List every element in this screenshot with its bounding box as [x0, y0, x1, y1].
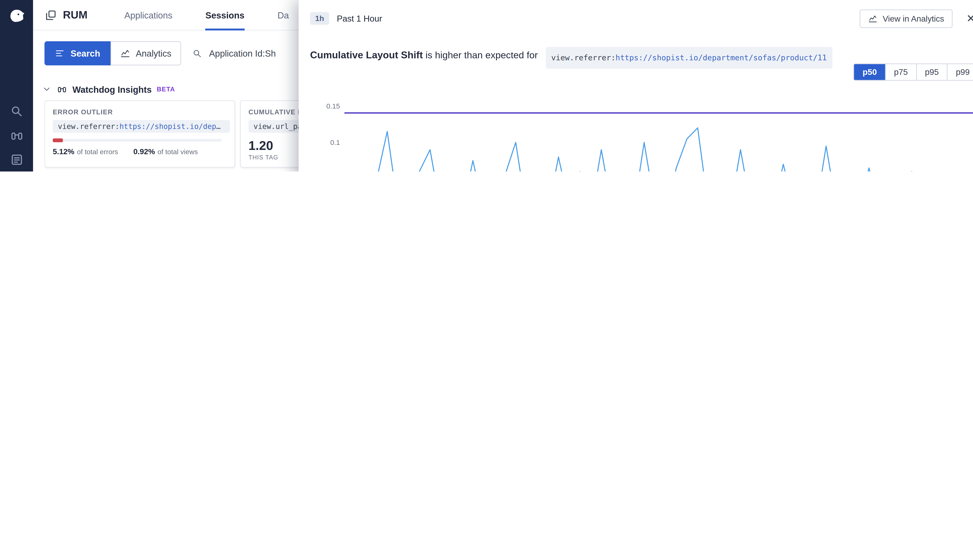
app-window: RUM ApplicationsSessionsDa Search Analyt… — [0, 0, 973, 172]
watchdog-icon[interactable] — [9, 128, 24, 143]
percentile-selector: p50p75p95p99 — [854, 63, 973, 81]
percentile-p50-button[interactable]: p50 — [854, 64, 885, 80]
view-in-analytics-button[interactable]: View in Analytics — [860, 9, 952, 28]
card-title: ERROR OUTLIER — [53, 108, 227, 115]
list-icon[interactable] — [9, 152, 24, 167]
card-value: 1.20 — [249, 138, 299, 153]
search-mode-label: Search — [70, 48, 100, 58]
search-icon[interactable] — [9, 104, 24, 119]
main-content: Search Analytics Application Id:Sh Watc — [33, 30, 299, 172]
tag-pill[interactable]: view.url_patl — [249, 120, 299, 133]
search-analytics-toggle: Search Analytics — [45, 41, 181, 65]
brand-label: RUM — [63, 8, 87, 21]
analytics-chart-icon — [120, 48, 130, 58]
percentile-p99-button[interactable]: p99 — [947, 64, 973, 80]
error-outlier-card[interactable]: ERROR OUTLIER view.referrer:https://shop… — [45, 100, 235, 168]
nav-tab-da[interactable]: Da — [278, 0, 289, 30]
watchdog-binoculars-icon — [57, 84, 67, 95]
cumulative-layout-shift-card[interactable]: CUMULATIVE L view.url_patl 1.20 THIS TAG — [240, 100, 299, 168]
insight-side-panel: 1h Past 1 Hour View in Analytics ✕ Cumul… — [299, 0, 973, 172]
chevron-down-icon — [42, 84, 52, 94]
query-search-input[interactable]: Application Id:Sh — [192, 41, 299, 65]
rum-nav-tabs: ApplicationsSessionsDa — [124, 0, 322, 30]
tag-pill[interactable]: view.referrer:https://shopist.io/dep... — [53, 120, 230, 133]
watchdog-insights-header[interactable]: Watchdog Insights BETA — [42, 84, 175, 95]
cls-line-chart: 00.050.10.1517:0017:0517:1017:1517:2017:… — [316, 89, 973, 172]
close-icon[interactable]: ✕ — [966, 12, 973, 25]
card-value-label: THIS TAG — [249, 153, 299, 161]
beta-badge: BETA — [157, 86, 175, 93]
analytics-chart-icon — [868, 13, 878, 23]
panel-header: 1h Past 1 Hour View in Analytics ✕ — [299, 0, 973, 37]
insight-metric: Cumulative Layout Shift — [310, 50, 423, 60]
svg-text:0.15: 0.15 — [326, 102, 340, 110]
rum-brand: RUM — [45, 8, 88, 21]
analytics-mode-button[interactable]: Analytics — [110, 41, 181, 65]
insight-title: Cumulative Layout Shift is higher than e… — [310, 47, 841, 68]
percentile-p95-button[interactable]: p95 — [916, 64, 947, 80]
watchdog-cards: ERROR OUTLIER view.referrer:https://shop… — [45, 100, 299, 172]
datadog-logo-icon[interactable] — [7, 5, 27, 25]
search-mode-button[interactable]: Search — [45, 41, 110, 65]
watchdog-title: Watchdog Insights — [72, 84, 152, 94]
timeframe-label: Past 1 Hour — [337, 13, 382, 23]
query-search-value: Application Id:Sh — [209, 48, 276, 58]
card-stats: 5.12%of total errors 0.92%of total views — [53, 147, 227, 156]
rum-icon — [45, 8, 57, 21]
timeframe-badge: 1h — [310, 12, 329, 25]
nav-tab-applications[interactable]: Applications — [124, 0, 172, 30]
search-icon — [192, 48, 203, 59]
error-distribution-bar — [53, 139, 222, 142]
analytics-mode-label: Analytics — [136, 48, 171, 58]
percentile-p75-button[interactable]: p75 — [885, 64, 916, 80]
app-sidebar — [0, 0, 33, 172]
svg-text:0.1: 0.1 — [330, 138, 340, 147]
nav-tab-sessions[interactable]: Sessions — [205, 0, 244, 30]
insight-tag-pill[interactable]: view.referrer:https://shopist.io/departm… — [545, 47, 832, 68]
card-title: CUMULATIVE L — [249, 108, 299, 115]
stream-list-icon — [55, 48, 65, 58]
insight-description: is higher than expected for — [425, 50, 538, 60]
